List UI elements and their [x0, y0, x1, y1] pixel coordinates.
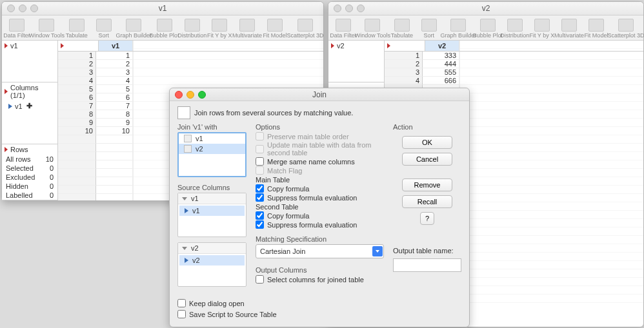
titlebar-v2[interactable]: v2 — [328, 2, 643, 15]
titlebar-v1[interactable]: v1 — [2, 2, 323, 15]
column-type-icon — [185, 208, 188, 213]
second-suppress-checkbox[interactable] — [256, 220, 264, 229]
remove-button[interactable]: Remove — [402, 178, 452, 191]
output-name-label: Output table name: — [393, 247, 454, 255]
row-stat: Excluded0 — [2, 173, 57, 182]
second-copy-formula-checkbox[interactable] — [256, 211, 264, 220]
rows-header: Rows — [10, 146, 28, 153]
dialog-hint: Join rows from several sources by matchi… — [194, 109, 353, 117]
toolbar-window-tools[interactable]: Window Tools — [357, 19, 388, 40]
close-icon[interactable] — [175, 91, 183, 99]
cancel-button[interactable]: Cancel — [402, 153, 452, 166]
help-button[interactable]: ? — [420, 212, 434, 225]
toolbar-bubble-plot[interactable]: Bubble Plot — [150, 19, 179, 40]
preserve-order-checkbox — [256, 132, 264, 140]
main-suppress-checkbox[interactable] — [256, 193, 264, 202]
minimize-icon[interactable] — [186, 91, 194, 99]
column-type-icon — [8, 104, 12, 109]
toolbar-distribution[interactable]: Distribution — [178, 19, 206, 40]
toolbar-icon — [126, 19, 141, 32]
toolbar-scatterplot-3d[interactable]: Scatterplot 3D — [610, 19, 642, 40]
source-columns-label: Source Columns — [177, 184, 247, 191]
merge-columns-checkbox[interactable] — [256, 157, 264, 166]
update-main-checkbox — [256, 145, 264, 153]
toolbar-icon — [450, 19, 466, 32]
toolbar-graph-builder[interactable]: Graph Builder — [443, 19, 474, 40]
output-table-name-input[interactable] — [393, 258, 461, 272]
toolbar-fit-model[interactable]: Fit Model — [261, 19, 288, 40]
toolbar-icon — [336, 19, 351, 32]
dialog-titlebar[interactable]: Join — [170, 88, 469, 101]
save-script-checkbox[interactable] — [177, 310, 186, 318]
toolbar-icon — [421, 19, 437, 32]
toolbar-sort[interactable]: Sort — [90, 19, 117, 40]
toolbar-v1: Data FilterWindow ToolsTabulateSortGraph… — [2, 15, 323, 41]
source-column-item[interactable]: v1 — [179, 206, 245, 216]
toolbar-fit-model[interactable]: Fit Model — [583, 19, 610, 40]
toolbar-multivariate[interactable]: Multivariate — [233, 19, 261, 40]
table-icon — [184, 135, 192, 142]
toolbar-icon — [480, 19, 496, 32]
zoom-icon[interactable] — [198, 91, 206, 99]
recall-button[interactable]: Recall — [402, 195, 452, 208]
toolbar-window-tools[interactable]: Window Tools — [30, 19, 63, 40]
toolbar-graph-builder[interactable]: Graph Builder — [117, 19, 150, 40]
chevron-down-icon[interactable] — [182, 247, 187, 250]
toolbar-fit-y-by-x[interactable]: Fit Y by X — [528, 19, 556, 40]
table-row[interactable]: 4666 — [385, 77, 643, 85]
disclosure-icon[interactable] — [387, 43, 390, 48]
dropdown-icon[interactable] — [372, 246, 383, 256]
join-source-item[interactable]: v1 — [179, 133, 245, 144]
toolbar-data-filter[interactable]: Data Filter — [3, 19, 30, 40]
join-icon — [177, 106, 190, 119]
row-stat: Selected0 — [2, 164, 57, 173]
toolbar-icon — [297, 19, 313, 32]
join-dialog: Join Join rows from several sources by m… — [169, 88, 470, 327]
toolbar-bubble-plot[interactable]: Bubble Plot — [474, 19, 501, 40]
action-label: Action — [393, 123, 413, 131]
disclosure-icon[interactable] — [5, 43, 8, 48]
main-copy-formula-checkbox[interactable] — [256, 184, 264, 193]
column-name[interactable]: v1 — [15, 102, 23, 110]
toolbar-sort[interactable]: Sort — [416, 19, 443, 40]
source-column-item[interactable]: v2 — [179, 255, 245, 265]
table-row[interactable]: 11 — [58, 52, 323, 60]
source-table-v1: v1v1 — [177, 193, 247, 237]
toolbar-tabulate[interactable]: Tabulate — [388, 19, 416, 40]
toolbar-scatterplot-3d[interactable]: Scatterplot 3D — [288, 19, 322, 40]
disclosure-icon[interactable] — [5, 89, 8, 94]
row-stat: Hidden0 — [2, 182, 57, 191]
table-row[interactable]: 44 — [58, 77, 323, 85]
toolbar-icon — [9, 19, 25, 32]
disclosure-icon[interactable] — [331, 43, 334, 48]
ok-button[interactable]: OK — [402, 136, 452, 149]
column-header[interactable]: v1 — [99, 41, 133, 51]
source-table-v2: v2v2 — [177, 242, 247, 287]
second-table-label: Second Table — [256, 203, 384, 211]
join-with-list[interactable]: v1v2 — [177, 132, 247, 177]
toolbar-icon — [267, 19, 283, 32]
output-columns-label: Output Columns — [256, 266, 384, 274]
toolbar-icon — [96, 19, 112, 32]
toolbar-icon — [212, 19, 227, 32]
table-row[interactable]: 3555 — [385, 68, 643, 77]
keep-dialog-open-checkbox[interactable] — [177, 299, 186, 307]
disclosure-icon[interactable] — [5, 147, 8, 152]
table-row[interactable]: 22 — [58, 60, 323, 68]
toolbar-tabulate[interactable]: Tabulate — [63, 19, 90, 40]
table-row[interactable]: 33 — [58, 68, 323, 77]
disclosure-icon[interactable] — [61, 43, 64, 48]
toolbar-distribution[interactable]: Distribution — [501, 19, 528, 40]
table-row[interactable]: 1333 — [385, 52, 643, 60]
join-source-item[interactable]: v2 — [179, 144, 245, 154]
matching-spec-label: Matching Specification — [256, 235, 384, 243]
table-row[interactable]: 2444 — [385, 60, 643, 68]
chevron-down-icon[interactable] — [182, 197, 187, 200]
join-with-label: Join 'v1' with — [177, 123, 247, 131]
column-header[interactable]: v2 — [425, 41, 459, 51]
toolbar-multivariate[interactable]: Multivariate — [556, 19, 583, 40]
matching-spec-select[interactable]: Cartesian Join — [256, 244, 384, 258]
toolbar-fit-y-by-x[interactable]: Fit Y by X — [206, 19, 233, 40]
toolbar-data-filter[interactable]: Data Filter — [330, 19, 357, 40]
select-output-columns-checkbox[interactable] — [256, 275, 264, 284]
